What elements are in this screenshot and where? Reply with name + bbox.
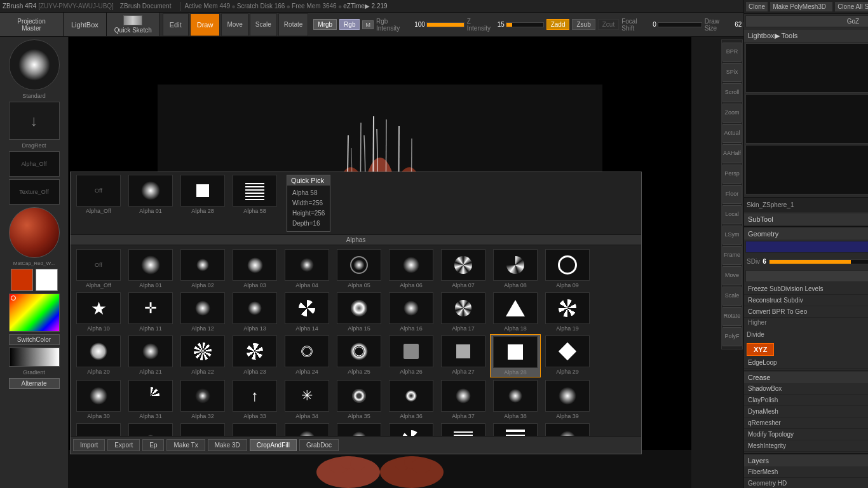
rotate-icon-btn[interactable]: Rotate xyxy=(722,307,742,326)
shadowbox-btn[interactable]: ShadowBox xyxy=(744,383,868,395)
alpha-item-49[interactable]: Alpha 49 xyxy=(542,422,593,436)
rotate-btn[interactable]: Rotate xyxy=(278,13,308,36)
alpha-item-03[interactable]: Alpha 03 xyxy=(229,248,280,290)
alpha-item-14[interactable]: Alpha 14 xyxy=(281,291,332,333)
goz-btn[interactable]: GoZ xyxy=(745,15,868,27)
matcap-preview[interactable] xyxy=(9,207,60,258)
alpha-item-33[interactable]: ↑Alpha 33 xyxy=(229,379,280,421)
import-btn[interactable]: Import xyxy=(73,439,105,451)
switch-color-btn[interactable]: SwitchColor xyxy=(9,334,60,345)
alpha-item-31[interactable]: Alpha 31 xyxy=(125,379,176,421)
skin-zsphere-2-preview[interactable]: Skin_ZSphere_1 xyxy=(745,145,868,194)
freeze-subdiv-btn[interactable]: Freeze SubDivision Levels xyxy=(744,283,868,295)
alpha-item-37[interactable]: Alpha 37 xyxy=(438,379,489,421)
geometry-hd-btn[interactable]: Geometry HD xyxy=(744,478,868,488)
alpha-item-07[interactable]: Alpha 07 xyxy=(438,248,489,290)
alpha-item-10[interactable]: ★Alpha 10 xyxy=(73,291,124,333)
skin-zsphere-preview[interactable]: Skin_ZSphere_1 xyxy=(745,43,868,93)
alternate-btn[interactable]: Alternate xyxy=(9,378,60,389)
alpha-item-47[interactable]: Alpha 47 xyxy=(438,422,489,436)
alpha-item-19[interactable]: Alpha 19 xyxy=(542,291,593,333)
dynamesh-btn[interactable]: DynaMesh xyxy=(744,406,868,417)
texture-off-preview[interactable]: Texture_Off xyxy=(9,179,60,205)
edgeloop-btn[interactable]: EdgeLoop xyxy=(744,357,868,369)
alpha-item-16[interactable]: Alpha 16 xyxy=(386,291,437,333)
alpha-item-13[interactable]: Alpha 13 xyxy=(229,291,280,333)
alpha-item-22[interactable]: Alpha 22 xyxy=(177,334,228,377)
alpha-item-23[interactable]: Alpha 23 xyxy=(229,334,280,377)
actual-btn[interactable]: Actual xyxy=(722,124,742,143)
alpha-item-off[interactable]: OffAlpha_Off xyxy=(73,248,124,290)
z-intensity-bar[interactable] xyxy=(506,22,544,27)
alpha-item-28[interactable]: Alpha 28 xyxy=(490,334,541,377)
make-polymesh3d-btn[interactable]: Make PolyMesh3D xyxy=(770,1,833,12)
alpha-off-preview[interactable]: Alpha_Off xyxy=(9,151,60,177)
alpha-item-29[interactable]: Alpha 29 xyxy=(542,334,593,377)
color-swatch[interactable] xyxy=(9,294,60,332)
alpha-item-06[interactable]: Alpha 06 xyxy=(386,248,437,290)
clone-all-subtools-btn[interactable]: Clone All SubTools xyxy=(834,1,868,12)
foreground-color[interactable] xyxy=(11,269,33,291)
alpha-item-09[interactable]: Alpha 09 xyxy=(542,248,593,290)
frame-btn[interactable]: Frame xyxy=(722,246,742,265)
lightbox-tools-title[interactable]: Lightbox▶ Tools xyxy=(744,30,868,42)
claypolish-btn[interactable]: ClayPolish xyxy=(744,395,868,406)
local-btn[interactable]: Local xyxy=(722,205,742,224)
alpha-item-24[interactable]: Alpha 24 xyxy=(281,334,332,377)
alpha-item-41[interactable]: Alpha 41 xyxy=(125,422,176,436)
convert-bpr-btn[interactable]: Convert BPR To Geo xyxy=(744,306,868,318)
zsub-btn[interactable]: Zsub xyxy=(572,19,595,30)
alpha-item-40[interactable]: ·Alpha 40 xyxy=(73,422,124,436)
alpha-item-25[interactable]: Alpha 25 xyxy=(334,334,384,377)
alpha-item-30[interactable]: Alpha 30 xyxy=(73,379,124,421)
alpha-top-item-01[interactable]: Alpha 01 xyxy=(125,175,176,232)
draw-btn[interactable]: Draw xyxy=(190,13,220,36)
sdiv-slider[interactable] xyxy=(769,259,868,264)
scale-btn[interactable]: Scale xyxy=(250,13,277,36)
alpha-item-32[interactable]: Alpha 32 xyxy=(177,379,228,421)
crop-and-fill-btn[interactable]: CropAndFill xyxy=(250,439,297,451)
move-icon-btn[interactable]: Move xyxy=(722,266,742,285)
alpha-item-36[interactable]: Alpha 36 xyxy=(386,379,437,421)
scale-icon-btn[interactable]: Scale xyxy=(722,287,742,306)
geometry-title[interactable]: Geometry xyxy=(744,228,868,240)
zcut-btn[interactable]: Zcut xyxy=(598,19,619,30)
subtool-title[interactable]: SubTool xyxy=(744,214,868,225)
background-color[interactable] xyxy=(36,269,58,291)
export-btn[interactable]: Export xyxy=(107,439,140,451)
alpha-item-34[interactable]: ✳Alpha 34 xyxy=(281,379,332,421)
bpr-btn[interactable]: BPR xyxy=(722,43,742,62)
alpha-item-04[interactable]: Alpha 04 xyxy=(281,248,332,290)
modify-topology-btn[interactable]: Modify Topology xyxy=(744,429,868,440)
alpha-item-01[interactable]: Alpha 01 xyxy=(125,248,176,290)
layers-title[interactable]: Layers xyxy=(744,455,868,466)
focal-shift-bar[interactable] xyxy=(658,22,702,27)
alpha-item-12[interactable]: Alpha 12 xyxy=(177,291,228,333)
lsym-btn[interactable]: LSym xyxy=(722,226,742,245)
alpha-item-27[interactable]: Alpha 27 xyxy=(438,334,489,377)
persp-btn[interactable]: Persp xyxy=(722,165,742,184)
simplebrush-preview[interactable]: S SimpleBrush xyxy=(745,94,868,144)
m-toggle-btn[interactable]: M xyxy=(362,20,374,29)
alpha-item-39[interactable]: Alpha 39 xyxy=(542,379,593,421)
quick-sketch-btn[interactable]: Quick Sketch xyxy=(107,13,160,36)
alpha-item-17[interactable]: Alpha 17 xyxy=(438,291,489,333)
crease-title[interactable]: Crease xyxy=(744,372,868,383)
floor-btn[interactable]: Floor xyxy=(722,185,742,204)
alpha-top-item-off[interactable]: Off Alpha_Off xyxy=(73,175,124,232)
alpha-item-05[interactable]: Alpha 05 xyxy=(334,248,384,290)
mrgb-btn[interactable]: Mrgb xyxy=(313,19,337,30)
lower-res-btn[interactable]: Lower Res xyxy=(745,241,868,253)
reconstruct-subdiv-btn[interactable]: Reconstruct Subdiv xyxy=(744,295,868,306)
clone-btn[interactable]: Clone xyxy=(745,1,768,12)
move-btn[interactable]: Move xyxy=(221,13,248,36)
qremesher-btn[interactable]: qRemesher xyxy=(744,417,868,429)
fibermesh-btn[interactable]: FiberMesh xyxy=(744,466,868,478)
polyf-btn[interactable]: PolyF xyxy=(722,327,742,346)
edit-btn[interactable]: Edit xyxy=(163,13,189,36)
zadd-btn[interactable]: Zadd xyxy=(546,19,570,30)
alpha-item-11[interactable]: ✛Alpha 11 xyxy=(125,291,176,333)
alpha-item-18[interactable]: Alpha 18 xyxy=(490,291,541,333)
alpha-item-26[interactable]: Alpha 26 xyxy=(386,334,437,377)
alpha-item-38[interactable]: Alpha 38 xyxy=(490,379,541,421)
